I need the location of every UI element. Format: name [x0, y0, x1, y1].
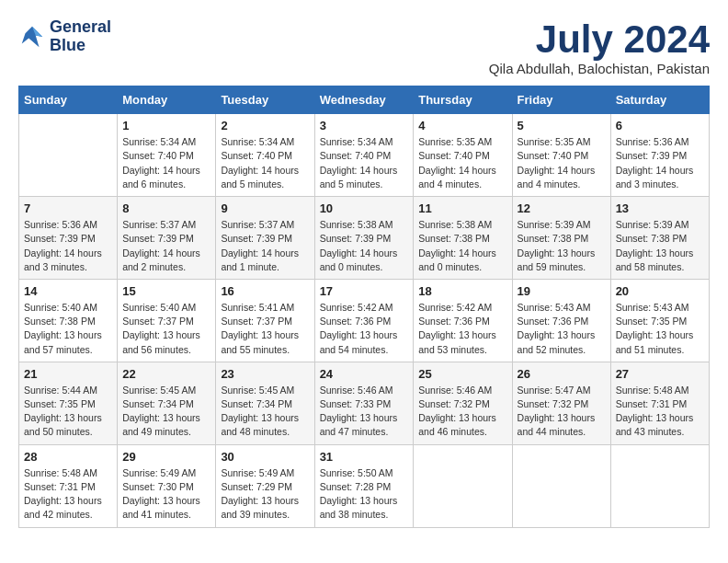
day-number: 22 — [122, 367, 210, 381]
calendar-cell: 21Sunrise: 5:44 AM Sunset: 7:35 PM Dayli… — [19, 362, 118, 444]
logo-icon — [18, 23, 46, 51]
calendar-cell: 10Sunrise: 5:38 AM Sunset: 7:39 PM Dayli… — [314, 197, 414, 280]
day-number: 14 — [24, 284, 112, 298]
calendar-cell — [610, 444, 709, 527]
day-content: Sunrise: 5:38 AM Sunset: 7:38 PM Dayligh… — [418, 218, 506, 274]
day-number: 23 — [221, 367, 309, 381]
day-content: Sunrise: 5:37 AM Sunset: 7:39 PM Dayligh… — [221, 218, 309, 274]
day-number: 3 — [320, 119, 409, 132]
month-year-title: July 2024 — [489, 18, 710, 61]
calendar-cell: 25Sunrise: 5:46 AM Sunset: 7:32 PM Dayli… — [414, 362, 512, 444]
day-number: 12 — [518, 201, 606, 215]
day-number: 28 — [24, 450, 112, 464]
calendar-cell: 15Sunrise: 5:40 AM Sunset: 7:37 PM Dayli… — [118, 279, 216, 362]
day-number: 26 — [518, 367, 606, 381]
calendar-cell: 3Sunrise: 5:34 AM Sunset: 7:40 PM Daylig… — [314, 114, 414, 197]
day-content: Sunrise: 5:39 AM Sunset: 7:38 PM Dayligh… — [518, 218, 606, 274]
calendar-cell: 29Sunrise: 5:49 AM Sunset: 7:30 PM Dayli… — [118, 444, 216, 527]
day-number: 9 — [221, 201, 309, 215]
calendar-week-1: 1Sunrise: 5:34 AM Sunset: 7:40 PM Daylig… — [19, 114, 710, 197]
calendar-cell: 5Sunrise: 5:35 AM Sunset: 7:40 PM Daylig… — [512, 114, 610, 197]
day-content: Sunrise: 5:38 AM Sunset: 7:39 PM Dayligh… — [320, 218, 409, 274]
day-content: Sunrise: 5:46 AM Sunset: 7:32 PM Dayligh… — [418, 384, 506, 440]
day-number: 30 — [221, 450, 309, 464]
day-content: Sunrise: 5:36 AM Sunset: 7:39 PM Dayligh… — [616, 135, 704, 191]
col-header-wednesday: Wednesday — [314, 86, 414, 114]
col-header-saturday: Saturday — [610, 86, 709, 114]
calendar-cell: 16Sunrise: 5:41 AM Sunset: 7:37 PM Dayli… — [216, 279, 314, 362]
calendar-cell: 2Sunrise: 5:34 AM Sunset: 7:40 PM Daylig… — [216, 114, 314, 197]
page-header: General Blue July 2024 Qila Abdullah, Ba… — [18, 18, 710, 76]
day-content: Sunrise: 5:41 AM Sunset: 7:37 PM Dayligh… — [221, 301, 309, 357]
col-header-friday: Friday — [512, 86, 610, 114]
calendar-week-5: 28Sunrise: 5:48 AM Sunset: 7:31 PM Dayli… — [19, 444, 710, 527]
calendar-cell: 28Sunrise: 5:48 AM Sunset: 7:31 PM Dayli… — [19, 444, 118, 527]
day-content: Sunrise: 5:49 AM Sunset: 7:29 PM Dayligh… — [221, 466, 309, 523]
day-content: Sunrise: 5:35 AM Sunset: 7:40 PM Dayligh… — [518, 135, 606, 191]
calendar-cell: 12Sunrise: 5:39 AM Sunset: 7:38 PM Dayli… — [512, 197, 610, 280]
day-content: Sunrise: 5:49 AM Sunset: 7:30 PM Dayligh… — [122, 466, 210, 523]
day-number: 19 — [518, 284, 606, 298]
col-header-tuesday: Tuesday — [216, 86, 314, 114]
calendar-cell: 17Sunrise: 5:42 AM Sunset: 7:36 PM Dayli… — [314, 279, 414, 362]
calendar-week-3: 14Sunrise: 5:40 AM Sunset: 7:38 PM Dayli… — [19, 279, 710, 362]
calendar-cell: 6Sunrise: 5:36 AM Sunset: 7:39 PM Daylig… — [610, 114, 709, 197]
day-number: 1 — [122, 119, 210, 132]
day-content: Sunrise: 5:43 AM Sunset: 7:35 PM Dayligh… — [616, 301, 704, 357]
day-content: Sunrise: 5:40 AM Sunset: 7:38 PM Dayligh… — [24, 301, 112, 357]
col-header-thursday: Thursday — [414, 86, 512, 114]
day-content: Sunrise: 5:37 AM Sunset: 7:39 PM Dayligh… — [122, 218, 210, 274]
day-content: Sunrise: 5:48 AM Sunset: 7:31 PM Dayligh… — [616, 384, 704, 440]
calendar-header: SundayMondayTuesdayWednesdayThursdayFrid… — [19, 86, 710, 114]
day-content: Sunrise: 5:42 AM Sunset: 7:36 PM Dayligh… — [320, 301, 409, 357]
day-content: Sunrise: 5:47 AM Sunset: 7:32 PM Dayligh… — [518, 384, 606, 440]
day-number: 6 — [616, 119, 704, 132]
day-content: Sunrise: 5:44 AM Sunset: 7:35 PM Dayligh… — [24, 384, 112, 440]
calendar-cell: 26Sunrise: 5:47 AM Sunset: 7:32 PM Dayli… — [512, 362, 610, 444]
calendar-cell: 23Sunrise: 5:45 AM Sunset: 7:34 PM Dayli… — [216, 362, 314, 444]
calendar-cell: 30Sunrise: 5:49 AM Sunset: 7:29 PM Dayli… — [216, 444, 314, 527]
calendar-cell: 1Sunrise: 5:34 AM Sunset: 7:40 PM Daylig… — [118, 114, 216, 197]
day-content: Sunrise: 5:34 AM Sunset: 7:40 PM Dayligh… — [320, 135, 409, 191]
day-content: Sunrise: 5:50 AM Sunset: 7:28 PM Dayligh… — [320, 466, 409, 523]
day-content: Sunrise: 5:45 AM Sunset: 7:34 PM Dayligh… — [221, 384, 309, 440]
calendar-week-2: 7Sunrise: 5:36 AM Sunset: 7:39 PM Daylig… — [19, 197, 710, 280]
calendar-cell: 20Sunrise: 5:43 AM Sunset: 7:35 PM Dayli… — [610, 279, 709, 362]
day-content: Sunrise: 5:39 AM Sunset: 7:38 PM Dayligh… — [616, 218, 704, 274]
day-number: 31 — [320, 450, 409, 464]
logo: General Blue — [18, 18, 111, 55]
calendar-cell: 8Sunrise: 5:37 AM Sunset: 7:39 PM Daylig… — [118, 197, 216, 280]
day-number: 7 — [24, 201, 112, 215]
calendar-cell — [19, 114, 118, 197]
col-header-monday: Monday — [118, 86, 216, 114]
calendar-cell — [512, 444, 610, 527]
day-content: Sunrise: 5:40 AM Sunset: 7:37 PM Dayligh… — [122, 301, 210, 357]
day-number: 11 — [418, 201, 506, 215]
day-content: Sunrise: 5:35 AM Sunset: 7:40 PM Dayligh… — [418, 135, 506, 191]
calendar-cell: 19Sunrise: 5:43 AM Sunset: 7:36 PM Dayli… — [512, 279, 610, 362]
day-number: 20 — [616, 284, 704, 298]
calendar-cell: 27Sunrise: 5:48 AM Sunset: 7:31 PM Dayli… — [610, 362, 709, 444]
day-number: 25 — [418, 367, 506, 381]
day-number: 17 — [320, 284, 409, 298]
day-number: 24 — [320, 367, 409, 381]
location-subtitle: Qila Abdullah, Balochistan, Pakistan — [489, 61, 710, 76]
day-number: 27 — [616, 367, 704, 381]
calendar-cell: 7Sunrise: 5:36 AM Sunset: 7:39 PM Daylig… — [19, 197, 118, 280]
day-number: 8 — [122, 201, 210, 215]
day-number: 13 — [616, 201, 704, 215]
calendar-cell: 18Sunrise: 5:42 AM Sunset: 7:36 PM Dayli… — [414, 279, 512, 362]
calendar-cell: 22Sunrise: 5:45 AM Sunset: 7:34 PM Dayli… — [118, 362, 216, 444]
day-number: 10 — [320, 201, 409, 215]
logo-text: General Blue — [50, 18, 111, 55]
day-content: Sunrise: 5:34 AM Sunset: 7:40 PM Dayligh… — [221, 135, 309, 191]
day-number: 4 — [418, 119, 506, 132]
day-number: 16 — [221, 284, 309, 298]
col-header-sunday: Sunday — [19, 86, 118, 114]
calendar-week-4: 21Sunrise: 5:44 AM Sunset: 7:35 PM Dayli… — [19, 362, 710, 444]
day-content: Sunrise: 5:46 AM Sunset: 7:33 PM Dayligh… — [320, 384, 409, 440]
day-number: 5 — [518, 119, 606, 132]
calendar-cell: 11Sunrise: 5:38 AM Sunset: 7:38 PM Dayli… — [414, 197, 512, 280]
day-number: 29 — [122, 450, 210, 464]
calendar-cell: 24Sunrise: 5:46 AM Sunset: 7:33 PM Dayli… — [314, 362, 414, 444]
